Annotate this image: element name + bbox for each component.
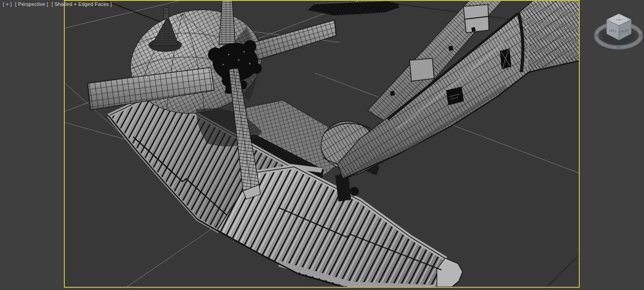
viewport-canvas[interactable]: TOP LEFT FRONT — [0, 0, 644, 290]
viewcube-top-label[interactable]: TOP — [616, 19, 622, 21]
viewport-general-menu[interactable]: [ + ] — [3, 1, 12, 7]
rotor-blade-up — [219, 0, 235, 45]
max-application-area: TOP LEFT FRONT [ + ] [ Perspective ] [ S… — [0, 0, 644, 290]
viewport-shading-menu[interactable]: [ Shaded + Edged Faces ] — [52, 1, 112, 7]
viewport-label: [ + ] [ Perspective ] [ Shaded + Edged F… — [3, 1, 112, 7]
viewport-pov-menu[interactable]: [ Perspective ] — [15, 1, 48, 7]
